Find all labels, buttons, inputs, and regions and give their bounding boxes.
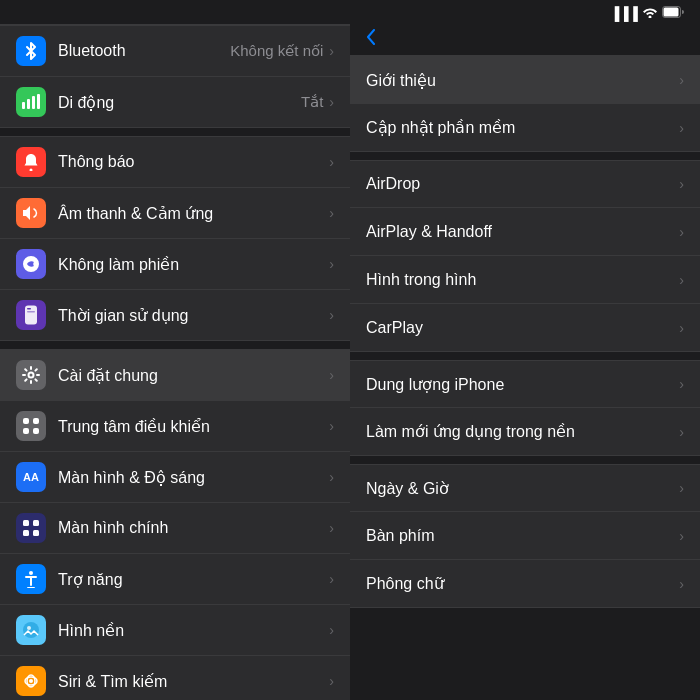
chevron-icon: › [329, 367, 334, 383]
dnd-icon [16, 249, 46, 279]
left-item-2-4[interactable]: Trợ năng› [0, 554, 350, 605]
chevron-icon: › [679, 272, 684, 288]
chevron-icon: › [329, 256, 334, 272]
chevron-icon: › [329, 418, 334, 434]
right-settings-list: Giới thiệu›Cập nhật phần mềm›AirDrop›Air… [350, 56, 700, 700]
left-item-0-1[interactable]: Di độngTắt› [0, 77, 350, 128]
item-value: Tắt [301, 93, 323, 111]
svg-point-18 [23, 622, 39, 638]
general-icon [16, 360, 46, 390]
right-item-1-3[interactable]: CarPlay› [350, 304, 700, 352]
notification-icon [16, 147, 46, 177]
back-button[interactable] [366, 29, 380, 45]
svg-rect-15 [23, 530, 29, 536]
right-item-label: CarPlay [366, 319, 679, 337]
item-label: Âm thanh & Cảm ứng [58, 204, 329, 223]
right-item-0-1[interactable]: Cập nhật phần mềm› [350, 104, 700, 152]
status-bar: ▐▐▐ [350, 0, 700, 25]
left-section-2: Cài đặt chung›Trung tâm điều khiển›AAMàn… [0, 349, 350, 700]
chevron-icon: › [329, 43, 334, 59]
item-label: Màn hình chính [58, 519, 329, 537]
right-item-label: Giới thiệu [366, 71, 679, 90]
svg-rect-2 [32, 96, 35, 109]
right-item-label: Bàn phím [366, 527, 679, 545]
left-item-2-2[interactable]: AAMàn hình & Độ sáng› [0, 452, 350, 503]
right-header [350, 25, 700, 56]
right-section-3: Ngày & Giờ›Bàn phím›Phông chữ› [350, 464, 700, 608]
svg-rect-16 [33, 530, 39, 536]
right-item-label: Làm mới ứng dụng trong nền [366, 422, 679, 441]
wifi-icon [642, 6, 658, 21]
screentime-icon [16, 300, 46, 330]
bluetooth-icon [16, 36, 46, 66]
left-item-1-2[interactable]: Không làm phiền› [0, 239, 350, 290]
left-item-2-0[interactable]: Cài đặt chung› [0, 349, 350, 401]
chevron-icon: › [329, 205, 334, 221]
svg-rect-1 [27, 99, 30, 109]
svg-rect-3 [37, 94, 40, 109]
item-label: Bluetooth [58, 42, 230, 60]
chevron-icon: › [679, 72, 684, 88]
wallpaper-icon [16, 615, 46, 645]
right-item-0-0[interactable]: Giới thiệu› [350, 56, 700, 104]
chevron-icon: › [329, 622, 334, 638]
left-item-0-0[interactable]: BluetoothKhông kết nối› [0, 25, 350, 77]
right-item-label: Hình trong hình [366, 271, 679, 289]
svg-rect-10 [33, 418, 39, 424]
control-icon [16, 411, 46, 441]
right-item-label: AirPlay & Handoff [366, 223, 679, 241]
left-item-2-6[interactable]: Siri & Tìm kiếm› [0, 656, 350, 700]
svg-rect-0 [22, 102, 25, 109]
right-item-label: Ngày & Giờ [366, 479, 679, 498]
right-item-label: Phông chữ [366, 574, 679, 593]
chevron-icon: › [679, 320, 684, 336]
left-item-1-3[interactable]: Thời gian sử dụng› [0, 290, 350, 341]
item-label: Cài đặt chung [58, 366, 329, 385]
chevron-icon: › [679, 376, 684, 392]
svg-rect-7 [27, 311, 35, 313]
left-header [0, 0, 350, 25]
item-label: Thời gian sử dụng [58, 306, 329, 325]
right-item-1-2[interactable]: Hình trong hình› [350, 256, 700, 304]
left-item-2-1[interactable]: Trung tâm điều khiển› [0, 401, 350, 452]
svg-point-8 [29, 373, 34, 378]
left-item-2-5[interactable]: Hình nền› [0, 605, 350, 656]
left-item-1-0[interactable]: Thông báo› [0, 136, 350, 188]
left-section-1: Thông báo›Âm thanh & Cảm ứng›Không làm p… [0, 136, 350, 341]
right-item-1-1[interactable]: AirPlay & Handoff› [350, 208, 700, 256]
right-section-0: Giới thiệu›Cập nhật phần mềm› [350, 56, 700, 152]
right-item-2-1[interactable]: Làm mới ứng dụng trong nền› [350, 408, 700, 456]
right-item-3-2[interactable]: Phông chữ› [350, 560, 700, 608]
svg-rect-9 [23, 418, 29, 424]
right-item-label: Cập nhật phần mềm [366, 118, 679, 137]
item-label: Di động [58, 93, 301, 112]
right-panel: ▐▐▐ Giới thiệu›Cập nhật phần mề [350, 0, 700, 700]
chevron-icon: › [329, 154, 334, 170]
item-value: Không kết nối [230, 42, 323, 60]
left-item-1-1[interactable]: Âm thanh & Cảm ứng› [0, 188, 350, 239]
item-label: Hình nền [58, 621, 329, 640]
home-icon [16, 513, 46, 543]
left-section-0: BluetoothKhông kết nối›Di độngTắt› [0, 25, 350, 128]
chevron-icon: › [679, 576, 684, 592]
chevron-icon: › [679, 176, 684, 192]
item-label: Màn hình & Độ sáng [58, 468, 329, 487]
right-section-2: Dung lượng iPhone›Làm mới ứng dụng trong… [350, 360, 700, 456]
left-item-2-3[interactable]: Màn hình chính› [0, 503, 350, 554]
battery-icon [662, 6, 684, 21]
chevron-icon: › [329, 469, 334, 485]
chevron-icon: › [329, 520, 334, 536]
right-item-3-0[interactable]: Ngày & Giờ› [350, 464, 700, 512]
right-item-1-0[interactable]: AirDrop› [350, 160, 700, 208]
svg-point-19 [27, 626, 31, 630]
item-label: Trung tâm điều khiển [58, 417, 329, 436]
right-item-2-0[interactable]: Dung lượng iPhone› [350, 360, 700, 408]
svg-rect-14 [33, 520, 39, 526]
left-settings-list: BluetoothKhông kết nối›Di độngTắt›Thông … [0, 25, 350, 700]
siri-icon [16, 666, 46, 696]
item-label: Trợ năng [58, 570, 329, 589]
right-item-label: AirDrop [366, 175, 679, 193]
svg-rect-11 [23, 428, 29, 434]
svg-rect-24 [664, 8, 679, 17]
right-item-3-1[interactable]: Bàn phím› [350, 512, 700, 560]
